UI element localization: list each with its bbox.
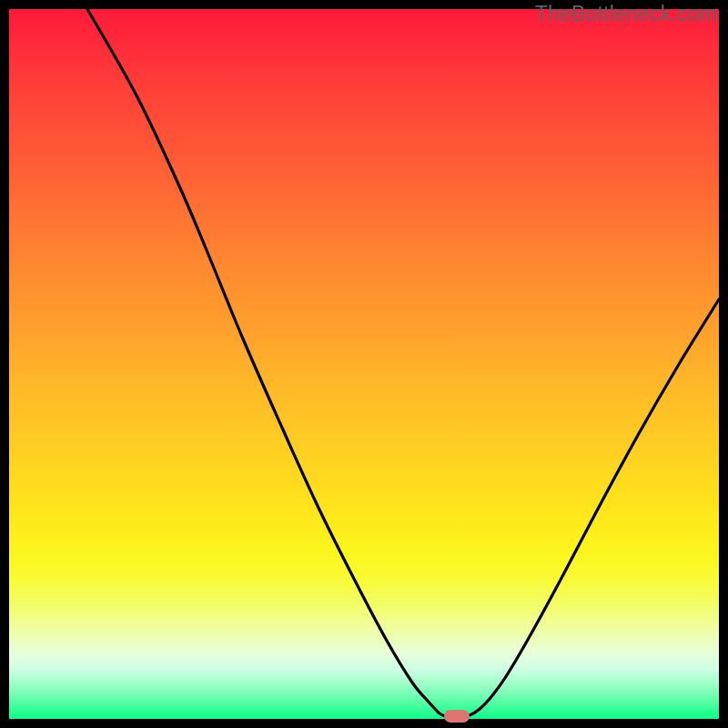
plot-area — [9, 9, 719, 719]
series-curve — [9, 9, 719, 719]
data-marker — [444, 710, 470, 723]
watermark-text: TheBottleneck.com — [535, 2, 717, 26]
